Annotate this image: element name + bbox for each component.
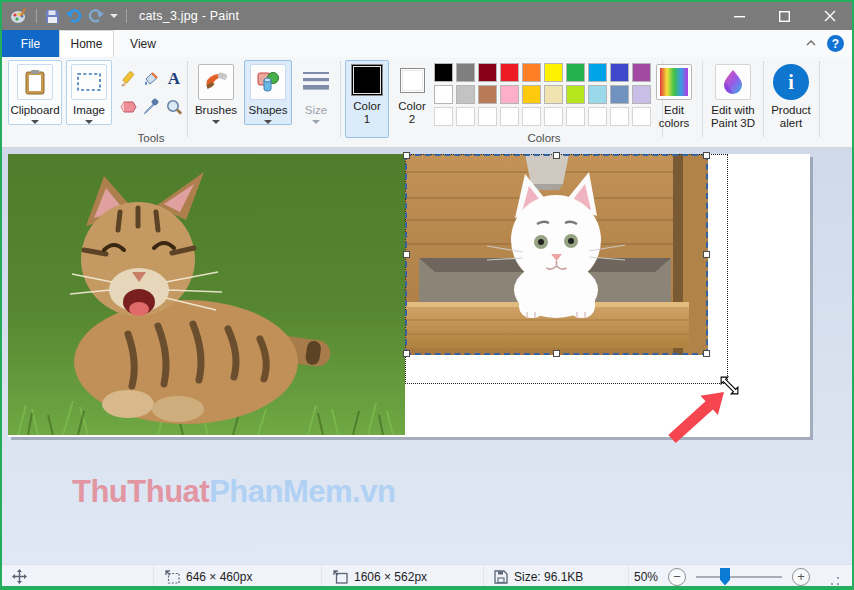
palette-swatch[interactable] xyxy=(566,85,585,104)
product-alert-button[interactable]: i Product alert xyxy=(766,60,816,131)
watermark-part2: PhanMem xyxy=(209,474,352,509)
paint-window: cats_3.jpg - Paint File Home View ? xyxy=(0,0,854,590)
close-button[interactable] xyxy=(807,2,852,30)
redo-icon[interactable] xyxy=(88,9,104,23)
help-icon[interactable]: ? xyxy=(827,35,844,52)
dropdown-arrow-icon xyxy=(85,120,93,124)
title-bar: cats_3.jpg - Paint xyxy=(2,2,852,30)
clipboard-button[interactable]: Clipboard xyxy=(8,60,62,125)
resize-grip[interactable] xyxy=(830,576,840,586)
color2-button[interactable]: Color 2 xyxy=(392,60,432,138)
qat-customize-dropdown-icon[interactable] xyxy=(110,14,118,18)
selection-handle-nw[interactable] xyxy=(403,152,410,159)
text-tool-icon: A xyxy=(168,69,180,89)
edit-with-paint3d-button[interactable]: Edit with Paint 3D xyxy=(705,60,761,131)
product-alert-icon: i xyxy=(773,64,809,100)
color-palette xyxy=(434,63,651,126)
palette-swatch[interactable] xyxy=(544,63,563,82)
image-button[interactable]: Image xyxy=(66,60,112,125)
palette-swatch[interactable] xyxy=(456,63,475,82)
palette-swatch-empty[interactable] xyxy=(434,107,453,126)
palette-swatch[interactable] xyxy=(610,85,629,104)
selection-handle-s[interactable] xyxy=(553,350,560,357)
zoom-in-button[interactable]: + xyxy=(792,568,810,586)
maximize-button[interactable] xyxy=(762,2,807,30)
selection-handle-ne[interactable] xyxy=(703,152,710,159)
palette-swatch[interactable] xyxy=(478,63,497,82)
collapse-ribbon-icon[interactable] xyxy=(806,40,816,46)
selection-handle-se[interactable] xyxy=(703,350,710,357)
palette-swatch-empty[interactable] xyxy=(456,107,475,126)
palette-swatch-empty[interactable] xyxy=(588,107,607,126)
size-button[interactable]: Size xyxy=(295,60,337,125)
color-picker-tool[interactable] xyxy=(141,95,161,119)
paint-logo-icon xyxy=(10,7,28,25)
image-size-segment: 1606 × 562px xyxy=(322,565,484,588)
eraser-icon xyxy=(119,100,137,114)
color1-button[interactable]: Color 1 xyxy=(345,60,389,138)
palette-swatch[interactable] xyxy=(500,85,519,104)
image-label: Image xyxy=(73,104,105,117)
dropdown-arrow-icon xyxy=(312,120,320,124)
selection-handle-sw[interactable] xyxy=(403,350,410,357)
undo-icon[interactable] xyxy=(66,9,82,23)
palette-swatch[interactable] xyxy=(588,63,607,82)
palette-swatch[interactable] xyxy=(610,63,629,82)
shapes-button[interactable]: Shapes xyxy=(244,60,292,125)
zoom-out-button[interactable]: − xyxy=(668,568,686,586)
minimize-button[interactable] xyxy=(717,2,762,30)
tab-file[interactable]: File xyxy=(2,30,59,57)
watermark-part1: ThuThuat xyxy=(72,474,209,509)
palette-swatch[interactable] xyxy=(434,85,453,104)
selection-handle-n[interactable] xyxy=(553,152,560,159)
brushes-button[interactable]: Brushes xyxy=(191,60,241,125)
palette-swatch[interactable] xyxy=(544,85,563,104)
palette-swatch-empty[interactable] xyxy=(632,107,651,126)
color1-label: Color 1 xyxy=(350,100,384,126)
palette-swatch-empty[interactable] xyxy=(566,107,585,126)
pencil-icon xyxy=(119,70,137,88)
palette-swatch-empty[interactable] xyxy=(478,107,497,126)
text-tool[interactable]: A xyxy=(164,67,184,91)
pencil-tool[interactable] xyxy=(118,67,138,91)
palette-swatch[interactable] xyxy=(522,85,541,104)
tab-home[interactable]: Home xyxy=(59,30,114,57)
selection-size-segment: 646 × 460px xyxy=(154,565,322,588)
palette-swatch[interactable] xyxy=(478,85,497,104)
clipboard-icon xyxy=(17,64,53,100)
palette-swatch[interactable] xyxy=(566,63,585,82)
palette-swatch[interactable] xyxy=(456,85,475,104)
tab-view[interactable]: View xyxy=(114,30,172,57)
colors-group-label: Colors xyxy=(434,132,654,144)
palette-swatch-empty[interactable] xyxy=(610,107,629,126)
zoom-slider-thumb[interactable] xyxy=(720,568,730,586)
size-icon xyxy=(298,64,334,100)
palette-swatch-empty[interactable] xyxy=(544,107,563,126)
ribbon: Clipboard Image xyxy=(2,57,852,148)
selection-rect[interactable] xyxy=(405,154,708,355)
selection-handle-w[interactable] xyxy=(403,251,410,258)
status-bar: 646 × 460px 1606 × 562px Size: 96.1KB 50… xyxy=(2,564,852,588)
selection-handle-e[interactable] xyxy=(703,251,710,258)
watermark-part3: .vn xyxy=(352,474,395,509)
edit-colors-label: Edit colors xyxy=(653,104,695,130)
brushes-icon xyxy=(198,64,234,100)
save-icon[interactable] xyxy=(45,9,60,24)
zoom-slider[interactable] xyxy=(696,568,782,586)
cursor-position-segment xyxy=(2,565,154,588)
palette-swatch[interactable] xyxy=(434,63,453,82)
palette-swatch[interactable] xyxy=(522,63,541,82)
tools-group: A xyxy=(118,67,184,119)
palette-swatch[interactable] xyxy=(632,63,651,82)
eraser-tool[interactable] xyxy=(118,95,138,119)
palette-swatch[interactable] xyxy=(588,85,607,104)
palette-swatch[interactable] xyxy=(632,85,651,104)
palette-swatch-empty[interactable] xyxy=(500,107,519,126)
palette-swatch-empty[interactable] xyxy=(522,107,541,126)
magnifier-tool[interactable] xyxy=(164,95,184,119)
zoom-level-value: 50% xyxy=(634,570,658,584)
palette-swatch[interactable] xyxy=(500,63,519,82)
fill-tool[interactable] xyxy=(141,67,161,91)
photo-tabby-kitten xyxy=(8,154,405,435)
edit-colors-button[interactable]: Edit colors xyxy=(650,60,698,131)
